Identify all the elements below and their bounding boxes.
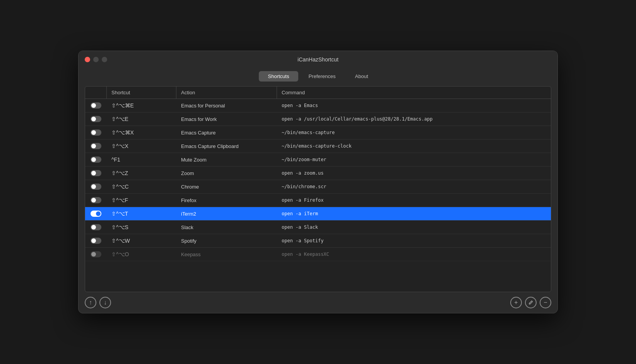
toggle-cell[interactable] <box>85 99 107 112</box>
toggle-switch[interactable] <box>91 197 101 203</box>
action-buttons: + − <box>510 297 551 308</box>
shortcut-cell: ⇧^⌥⌘E <box>107 99 176 112</box>
action-cell: Firefox <box>176 194 277 207</box>
action-cell: Emacs for Personal <box>176 99 277 112</box>
shortcut-cell: ⇧^⌥⌘X <box>107 126 176 139</box>
toggle-cell[interactable] <box>85 167 107 180</box>
toggle-cell[interactable] <box>85 112 107 126</box>
close-button[interactable] <box>85 57 90 62</box>
window-title: iCanHazShortcut <box>297 56 339 63</box>
add-button[interactable]: + <box>510 297 522 308</box>
shortcut-cell: ⇧^⌥S <box>107 221 176 234</box>
table-row[interactable]: ⇧^⌥E Emacs for Work open -a /usr/local/C… <box>85 112 551 126</box>
toggle-cell[interactable] <box>85 248 107 261</box>
command-cell: open -a Spotify <box>277 235 551 247</box>
tab-about[interactable]: About <box>346 71 378 82</box>
title-bar: iCanHazShortcut <box>79 51 557 68</box>
table-row[interactable]: ⇧^⌥O Keepass open -a KeepassXC <box>85 248 551 261</box>
minimize-button[interactable] <box>93 57 99 62</box>
maximize-button[interactable] <box>102 57 107 62</box>
command-cell: open -a Firefox <box>277 194 551 206</box>
col-shortcut-header: Shortcut <box>107 87 176 99</box>
command-cell: open -a Slack <box>277 221 551 233</box>
table-row[interactable]: ⇧^⌥W Spotify open -a Spotify <box>85 234 551 248</box>
table-row[interactable]: ⇧^⌥T iTerm2 open -a iTerm <box>85 207 551 221</box>
table-row[interactable]: ⇧^⌥S Slack open -a Slack <box>85 221 551 234</box>
shortcut-cell: ⇧^⌥E <box>107 112 176 126</box>
command-cell: open -a Emacs <box>277 99 551 112</box>
toggle-switch[interactable] <box>91 102 101 109</box>
move-buttons: ↑ ↓ <box>85 297 111 308</box>
move-down-button[interactable]: ↓ <box>99 297 111 308</box>
command-cell: open -a iTerm <box>277 208 551 220</box>
table-row[interactable]: ^F1 Mute Zoom ~/bin/zoom-muter <box>85 153 551 167</box>
action-cell: Chrome <box>176 180 277 193</box>
shortcut-cell: ⇧^⌥O <box>107 248 176 261</box>
traffic-lights <box>85 57 107 62</box>
table-row[interactable]: ⇧^⌥X Emacs Capture Clipboard ~/bin/emacs… <box>85 139 551 153</box>
col-toggle-header <box>85 87 107 99</box>
table-row[interactable]: ⇧^⌥Z Zoom open -a zoom.us <box>85 167 551 180</box>
toggle-switch[interactable] <box>91 143 101 149</box>
toggle-switch[interactable] <box>91 156 101 163</box>
shortcuts-table: Shortcut Action Command ⇧^⌥⌘E Emacs for … <box>85 86 551 292</box>
shortcut-cell: ^F1 <box>107 153 176 166</box>
col-command-header: Command <box>277 87 551 99</box>
shortcut-cell: ⇧^⌥Z <box>107 167 176 180</box>
shortcut-cell: ⇧^⌥C <box>107 180 176 193</box>
toggle-switch[interactable] <box>91 129 101 136</box>
table-header: Shortcut Action Command <box>85 87 551 99</box>
command-cell: open -a zoom.us <box>277 167 551 179</box>
remove-button[interactable]: − <box>540 297 551 308</box>
shortcut-cell: ⇧^⌥X <box>107 139 176 153</box>
action-cell: Emacs Capture Clipboard <box>176 140 277 153</box>
toggle-switch[interactable] <box>91 251 101 257</box>
move-up-button[interactable]: ↑ <box>85 297 96 308</box>
toggle-switch[interactable] <box>91 211 101 217</box>
app-window: iCanHazShortcut Shortcuts Preferences Ab… <box>78 51 558 313</box>
command-cell: open -a /usr/local/Cellar/emacs-plus@28/… <box>277 113 551 125</box>
table-row[interactable]: ⇧^⌥C Chrome ~/bin/chrome.scr <box>85 180 551 194</box>
action-cell: Keepass <box>176 248 277 261</box>
action-cell: Slack <box>176 221 277 234</box>
command-cell: ~/bin/emacs-capture <box>277 126 551 139</box>
command-cell: ~/bin/zoom-muter <box>277 153 551 166</box>
toggle-switch[interactable] <box>91 116 101 122</box>
toggle-cell[interactable] <box>85 139 107 153</box>
action-cell: Spotify <box>176 235 277 247</box>
shortcut-cell: ⇧^⌥F <box>107 194 176 207</box>
tab-bar: Shortcuts Preferences About <box>79 68 557 86</box>
tab-shortcuts[interactable]: Shortcuts <box>259 71 299 82</box>
table-body: ⇧^⌥⌘E Emacs for Personal open -a Emacs ⇧… <box>85 99 551 292</box>
table-row[interactable]: ⇧^⌥F Firefox open -a Firefox <box>85 194 551 207</box>
toggle-cell[interactable] <box>85 180 107 193</box>
bottom-bar: ↑ ↓ + − <box>79 292 557 313</box>
action-cell: Zoom <box>176 167 277 180</box>
col-action-header: Action <box>176 87 277 99</box>
toggle-cell[interactable] <box>85 234 107 247</box>
action-cell: Emacs Capture <box>176 126 277 139</box>
toggle-switch[interactable] <box>91 170 101 176</box>
command-cell: open -a KeepassXC <box>277 248 551 260</box>
tab-preferences[interactable]: Preferences <box>299 71 345 82</box>
action-cell: Emacs for Work <box>176 113 277 126</box>
toggle-switch[interactable] <box>91 184 101 190</box>
toggle-switch[interactable] <box>91 224 101 230</box>
shortcut-cell: ⇧^⌥W <box>107 234 176 247</box>
toggle-cell[interactable] <box>85 126 107 139</box>
table-row[interactable]: ⇧^⌥⌘X Emacs Capture ~/bin/emacs-capture <box>85 126 551 139</box>
action-cell: iTerm2 <box>176 208 277 220</box>
toggle-cell[interactable] <box>85 153 107 166</box>
shortcut-cell: ⇧^⌥T <box>107 207 176 220</box>
command-cell: ~/bin/emacs-capture-clock <box>277 140 551 152</box>
toggle-switch[interactable] <box>91 238 101 244</box>
toggle-cell[interactable] <box>85 194 107 207</box>
action-cell: Mute Zoom <box>176 153 277 166</box>
command-cell: ~/bin/chrome.scr <box>277 180 551 193</box>
table-row[interactable]: ⇧^⌥⌘E Emacs for Personal open -a Emacs <box>85 99 551 112</box>
toggle-cell[interactable] <box>85 207 107 220</box>
edit-button[interactable] <box>525 297 537 308</box>
toggle-cell[interactable] <box>85 221 107 234</box>
